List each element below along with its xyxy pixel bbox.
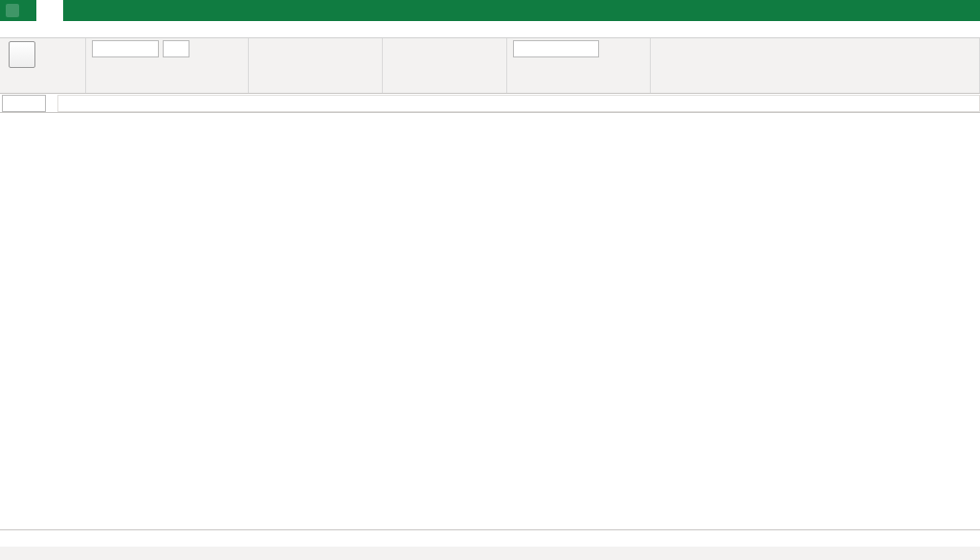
window-controls xyxy=(844,2,980,19)
font-size-combo[interactable] xyxy=(163,40,189,57)
ribbon xyxy=(0,38,980,94)
account-icon[interactable] xyxy=(844,2,869,19)
sheet-tab-bar xyxy=(0,529,980,547)
ribbon-group-styles xyxy=(507,38,651,93)
app-launcher-icon[interactable] xyxy=(6,4,19,17)
name-box[interactable] xyxy=(2,95,46,112)
status-bar xyxy=(0,547,980,560)
paste-button[interactable] xyxy=(6,40,38,70)
ribbon-group-number xyxy=(383,38,507,93)
title-bar xyxy=(0,0,980,21)
styles-combo[interactable] xyxy=(513,40,599,57)
ribbon-tabs xyxy=(0,21,980,38)
quick-access-toolbar xyxy=(0,4,19,17)
font-name-combo[interactable] xyxy=(92,40,159,57)
ribbon-group-clipboard xyxy=(0,38,86,93)
file-tab[interactable] xyxy=(36,0,63,21)
ribbon-group-alignment xyxy=(249,38,383,93)
minimize-button[interactable] xyxy=(898,2,923,19)
formula-input[interactable] xyxy=(57,95,980,112)
spreadsheet-grid[interactable] xyxy=(0,113,980,529)
paste-icon xyxy=(9,41,35,68)
maximize-button[interactable] xyxy=(924,2,949,19)
close-button[interactable] xyxy=(951,2,976,19)
ribbon-group-font xyxy=(86,38,249,93)
ribbon-mode-icon[interactable] xyxy=(871,2,896,19)
ribbon-group-cells xyxy=(651,38,980,93)
formula-bar xyxy=(0,94,980,113)
